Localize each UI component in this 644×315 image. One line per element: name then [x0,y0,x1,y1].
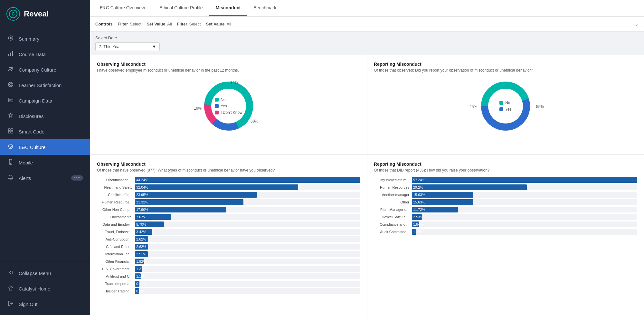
bar-row: Other 15.63% [374,199,637,205]
tab-misconduct[interactable]: Misconduct [209,1,247,16]
bar-value: 3.42% [136,230,146,234]
dropdown-arrow-icon: ▼ [152,44,156,49]
bar-fill: 1.15% [412,229,416,235]
sidebar-item-smart-code[interactable]: Smart Code [0,124,90,139]
bar-track: 1.14% [135,273,360,279]
expand-button[interactable]: ⌄ [635,21,639,27]
observing-donut-subtitle: I have observed employee misconduct or u… [97,68,360,73]
bar-label: Fraud, Embezzl... [97,230,132,234]
bar-label: Hexcel Safe Tal... [374,215,409,219]
sidebar-item-course-data[interactable]: Course Data [0,46,90,62]
bar-value: 57.24% [413,178,425,182]
bar-track: 2.53% [412,214,637,220]
filter1-select[interactable]: Select [130,22,141,26]
app-logo: C Reveal [0,0,90,28]
bar-label: Human Resources [374,185,409,189]
sidebar-item-label: Summary [19,36,39,42]
bar-fill: 1.82% [135,259,144,264]
sidebar-item-label: Course Data [19,52,46,57]
sidebar-item-catalyst-home[interactable]: Catalyst Home [0,281,90,296]
bar-track: 15.63% [412,199,637,205]
logo-icon: C [6,7,20,21]
bar-row: Compliance and ... 1.84% [374,221,637,227]
content-area: Observing Misconduct I have observed emp… [90,55,644,315]
date-select-value: 7. This Year [99,44,121,49]
bar-value: 1.37% [136,267,146,271]
bar-label: Data and Employ... [97,222,132,226]
setvalue2-label: Set Value [206,22,225,26]
alerts-badge: beta [71,175,83,181]
bar-label: Trade (Import a... [97,282,132,286]
sidebar-item-learner-satisfaction[interactable]: Learner Satisfaction [0,77,90,93]
bar-row: Trade (Import a... 0.91% [97,281,360,287]
bar-row: Other Non-Comp... 17.90% [97,207,360,212]
bar-fill: 1.14% [135,273,141,279]
bar-fill: 1.84% [412,221,419,227]
filter2-label: Filter [177,22,187,26]
legend-no-dot [215,98,219,102]
sidebar-item-campaign-data[interactable]: Campaign Data [0,93,90,108]
bar-value: 29.2% [413,185,423,189]
sidebar-item-summary[interactable]: Summary [0,31,90,46]
sidebar-item-sign-out[interactable]: Sign Out [0,296,90,312]
bar-value: 15.63% [413,200,425,204]
bar-row: Fraud, Embezzl... 3.42% [97,229,360,235]
sign-out-icon [7,300,14,308]
bar-track: 7.07% [135,214,360,220]
setvalue1-value: All [167,22,172,26]
observing-misconduct-donut-panel: Observing Misconduct I have observed emp… [90,55,367,155]
filter2-select[interactable]: Select [189,22,201,26]
bar-label: Another manager [374,193,409,197]
bar-row: Health and Safety 32.04% [97,184,360,190]
tab-ethical-culture-profile[interactable]: Ethical Culture Profile [153,1,209,16]
bar-track: 23.95% [135,192,360,198]
bar-row: Other Financial... 1.82% [97,259,360,264]
bar-value: 11.72% [413,208,425,212]
bar-value: 44.24% [136,178,148,182]
legend-no: No [215,97,242,102]
bar-value: 32.04% [136,185,148,189]
main-content: E&C Culture Overview Ethical Culture Pro… [90,0,644,315]
bar-track: 5.70% [135,221,360,227]
bar-track: 32.04% [135,184,360,190]
bar-row: Conflicts of In... 23.95% [97,192,360,198]
bar-value: 1.15% [413,230,423,234]
svg-rect-16 [8,131,10,133]
reporting-legend-yes: Yes [499,107,512,112]
bar-label: Gifts and Enter... [97,245,132,249]
tab-ec-culture-overview[interactable]: E&C Culture Overview [93,1,151,16]
bar-label: Insider Trading... [97,289,132,293]
sidebar-item-collapse-menu[interactable]: Collapse Menu [0,265,90,281]
svg-point-19 [10,146,12,148]
svg-point-7 [9,67,11,69]
mobile-icon [7,159,14,166]
top-tabs: E&C Culture Overview Ethical Culture Pro… [90,0,644,17]
reporting-misconduct-donut-panel: Reporting Misconduct Of those that obser… [367,55,644,155]
pct-55: 55% [536,104,544,109]
date-select-dropdown[interactable]: 7. This Year ▼ [95,42,160,51]
tab-benchmark[interactable]: Benchmark [247,1,283,16]
sidebar-item-label: Alerts [19,175,31,181]
observing-bar-title: Observing Misconduct [97,162,360,167]
sidebar-item-alerts[interactable]: Alerts beta [0,170,90,186]
bar-label: Discrimination ... [97,178,132,182]
sidebar-item-disclosures[interactable]: Disclosures [0,108,90,124]
legend-idk-dot [215,111,219,114]
sidebar-item-label: Disclosures [19,113,44,119]
bar-value: 0.91% [136,282,146,286]
svg-point-3 [10,37,12,39]
campaign-data-icon [7,97,14,104]
company-culture-icon [7,66,14,73]
bar-fill: 21.32% [135,199,243,205]
sidebar-item-mobile[interactable]: Mobile [0,155,90,170]
bar-value: 1.84% [413,222,423,226]
bar-track: 2.51% [135,251,360,257]
bar-label: Environmental [97,215,132,219]
sidebar-item-company-culture[interactable]: Company Culture [0,62,90,77]
bar-value: 0.80% [136,289,146,293]
bar-fill: 2.62% [135,236,148,242]
bar-fill: 32.04% [135,184,298,190]
sidebar-item-ec-culture[interactable]: E&C Culture [0,139,90,155]
bar-row: Another manager 15.63% [374,192,637,198]
summary-icon [7,35,14,42]
